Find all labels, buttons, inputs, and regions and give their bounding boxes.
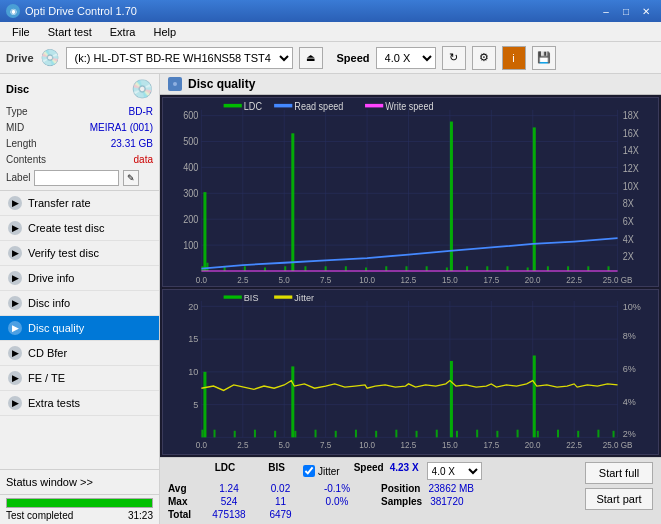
disc-label-edit-button[interactable]: ✎: [123, 170, 139, 186]
disc-mid-label: MID: [6, 120, 24, 136]
svg-text:10: 10: [188, 366, 198, 377]
svg-rect-139: [577, 431, 579, 438]
drive-select[interactable]: (k:) HL-DT-ST BD-RE WH16NS58 TST4: [66, 47, 293, 69]
create-test-disc-icon: ▶: [8, 221, 22, 235]
max-ldc: 524: [204, 496, 254, 507]
total-bis: 6479: [258, 509, 303, 520]
svg-text:2X: 2X: [623, 251, 634, 263]
stats-header-row: LDC BIS Jitter Speed 4.23 X 4.0 X: [200, 462, 573, 480]
sidebar-item-disc-quality[interactable]: ▶ Disc quality: [0, 316, 159, 341]
max-jitter: 0.0%: [307, 496, 367, 507]
svg-text:20.0: 20.0: [525, 274, 541, 285]
refresh-button[interactable]: ↻: [442, 46, 466, 70]
cd-bfer-icon: ▶: [8, 346, 22, 360]
sidebar-item-disc-info[interactable]: ▶ Disc info: [0, 291, 159, 316]
svg-rect-57: [345, 266, 347, 271]
save-button[interactable]: 💾: [532, 46, 556, 70]
menu-help[interactable]: Help: [145, 24, 184, 40]
drive-info-label: Drive info: [28, 272, 74, 284]
svg-rect-133: [476, 430, 478, 438]
svg-rect-77: [365, 104, 383, 108]
speed-select-stats[interactable]: 4.0 X: [427, 462, 482, 480]
maximize-button[interactable]: □: [617, 3, 635, 19]
svg-text:2.5: 2.5: [237, 440, 249, 450]
avg-label: Avg: [168, 483, 200, 494]
window-controls: – □ ✕: [597, 3, 655, 19]
svg-rect-69: [533, 127, 536, 271]
eject-button[interactable]: ⏏: [299, 47, 323, 69]
svg-rect-136: [533, 356, 536, 438]
chart-bottom: 20 15 10 5 10% 8% 6% 4% 2% 0.0 2.5 5.0 7…: [162, 289, 659, 455]
svg-rect-71: [587, 266, 589, 271]
svg-text:6%: 6%: [623, 363, 637, 374]
sidebar-item-drive-info[interactable]: ▶ Drive info: [0, 266, 159, 291]
sidebar-item-cd-bfer[interactable]: ▶ CD Bfer: [0, 341, 159, 366]
speed-col-header: Speed: [354, 462, 384, 480]
progress-bar-outer: [6, 498, 153, 508]
svg-text:Read speed: Read speed: [294, 100, 343, 112]
sidebar-item-create-test-disc[interactable]: ▶ Create test disc: [0, 216, 159, 241]
stats-right-controls: Start full Start part: [585, 462, 653, 510]
svg-rect-75: [274, 104, 292, 108]
disc-section-title: Disc: [6, 83, 29, 95]
samples-label: Samples: [381, 496, 422, 507]
speed-select[interactable]: 4.0 X: [376, 47, 436, 69]
menu-start-test[interactable]: Start test: [40, 24, 100, 40]
svg-rect-130: [436, 430, 438, 438]
drive-bar: Drive 💿 (k:) HL-DT-ST BD-RE WH16NS58 TST…: [0, 42, 661, 74]
sidebar-item-verify-test-disc[interactable]: ▶ Verify test disc: [0, 241, 159, 266]
settings-button[interactable]: ⚙: [472, 46, 496, 70]
transfer-rate-icon: ▶: [8, 196, 22, 210]
menu-file[interactable]: File: [4, 24, 38, 40]
disc-label-input[interactable]: [34, 170, 119, 186]
svg-rect-134: [496, 431, 498, 438]
bottom-chart-svg: 20 15 10 5 10% 8% 6% 4% 2% 0.0 2.5 5.0 7…: [163, 290, 658, 454]
svg-rect-68: [547, 266, 549, 271]
close-button[interactable]: ✕: [637, 3, 655, 19]
transfer-rate-label: Transfer rate: [28, 197, 91, 209]
drive-info-icon: ▶: [8, 271, 22, 285]
svg-rect-144: [274, 296, 292, 299]
avg-bis: 0.02: [258, 483, 303, 494]
start-full-button[interactable]: Start full: [585, 462, 653, 484]
svg-text:100: 100: [183, 239, 199, 251]
svg-text:17.5: 17.5: [483, 274, 499, 285]
svg-text:7.5: 7.5: [320, 274, 331, 285]
disc-quality-label: Disc quality: [28, 322, 84, 334]
sidebar-item-extra-tests[interactable]: ▶ Extra tests: [0, 391, 159, 416]
svg-text:600: 600: [183, 110, 199, 122]
status-text: Test completed: [6, 510, 73, 521]
svg-text:200: 200: [183, 213, 199, 225]
extra-tests-icon: ▶: [8, 396, 22, 410]
speed-label: Speed: [337, 52, 370, 64]
avg-row: Avg 1.24 0.02 -0.1% Position 23862 MB: [168, 483, 573, 494]
disc-length-row: Length 23.31 GB: [6, 136, 153, 152]
start-part-button[interactable]: Start part: [585, 488, 653, 510]
sidebar-item-fe-te[interactable]: ▶ FE / TE: [0, 366, 159, 391]
main-area: Disc 💿 Type BD-R MID MEIRA1 (001) Length…: [0, 74, 661, 524]
disc-section-icon: 💿: [131, 78, 153, 100]
info-button[interactable]: i: [502, 46, 526, 70]
svg-text:5: 5: [193, 399, 198, 410]
svg-text:LDC: LDC: [244, 100, 262, 112]
svg-rect-51: [244, 266, 246, 271]
svg-text:16X: 16X: [623, 127, 640, 139]
avg-jitter: -0.1%: [307, 483, 367, 494]
sidebar-item-transfer-rate[interactable]: ▶ Transfer rate: [0, 191, 159, 216]
svg-text:6X: 6X: [623, 215, 634, 227]
svg-text:17.5: 17.5: [483, 440, 499, 450]
progress-bar-inner: [7, 499, 152, 507]
svg-text:10.0: 10.0: [359, 440, 375, 450]
jitter-checkbox[interactable]: [303, 465, 315, 477]
minimize-button[interactable]: –: [597, 3, 615, 19]
menu-extra[interactable]: Extra: [102, 24, 144, 40]
jitter-col-header: Jitter: [303, 462, 340, 480]
status-window-button[interactable]: Status window >>: [6, 474, 153, 490]
content-header-icon: [168, 77, 182, 91]
svg-text:15.0: 15.0: [442, 274, 458, 285]
svg-rect-131: [450, 361, 453, 437]
disc-info-panel: Type BD-R MID MEIRA1 (001) Length 23.31 …: [6, 104, 153, 186]
status-section: Status window >>: [0, 469, 159, 494]
disc-length-value: 23.31 GB: [111, 136, 153, 152]
svg-text:10%: 10%: [623, 301, 642, 312]
